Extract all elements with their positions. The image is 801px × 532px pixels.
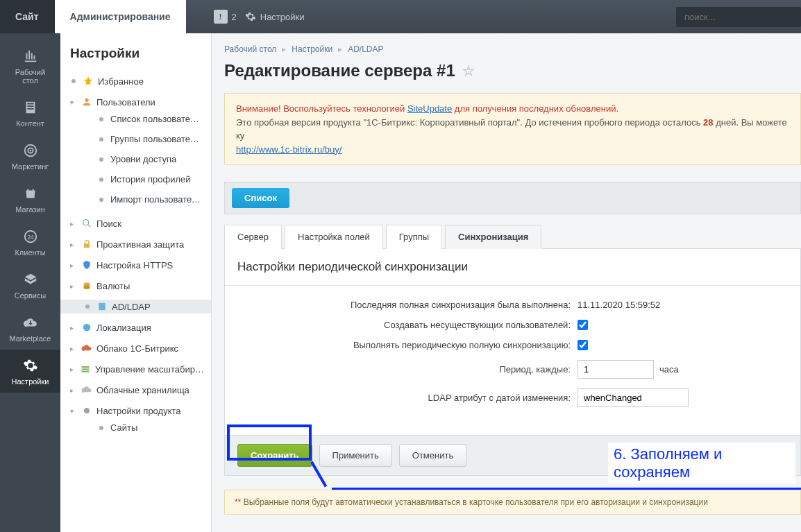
panel-header: Настройки периодической синхронизации	[225, 249, 800, 286]
rail-label: Marketplace	[0, 334, 60, 343]
rail-label: Маркетинг	[0, 162, 60, 171]
notice-text: Это пробная версия продукта "1С-Битрикс:…	[236, 117, 703, 128]
hint-bar: ** Выбранные поля будут автоматически ус…	[224, 490, 801, 515]
tree-label: История профилей	[110, 174, 191, 185]
apply-button[interactable]: Применить	[319, 444, 392, 467]
rail-clients[interactable]: 24Клиенты	[0, 221, 60, 264]
basket-icon	[23, 186, 38, 201]
list-button[interactable]: Список	[232, 188, 289, 208]
breadcrumb-link[interactable]: Рабочий стол	[224, 44, 276, 54]
tree-label: Настройка HTTPS	[96, 260, 173, 271]
tree-scaling[interactable]: ▸Управление масштабированием	[70, 359, 204, 379]
svg-point-5	[85, 98, 88, 102]
row-last-sync: Последняя полная синхронизация была выпо…	[237, 300, 788, 310]
trial-notice: Внимание! Воспользуйтесь технологией Sit…	[224, 93, 801, 165]
tab-fields[interactable]: Настройка полей	[285, 225, 383, 249]
breadcrumb-link[interactable]: AD/LDAP	[348, 44, 383, 54]
chevron-down-icon: ▾	[70, 98, 77, 106]
tab-groups[interactable]: Группы	[386, 225, 442, 249]
svg-point-6	[83, 220, 89, 225]
hint-text: Выбранные поля будут автоматически устан…	[241, 497, 708, 507]
tree-label: Уровни доступа	[110, 154, 176, 164]
rail-shop[interactable]: Магазин	[0, 178, 60, 221]
chevron-down-icon: ▾	[70, 407, 77, 415]
rail-desktop[interactable]: Рабочий стол	[0, 40, 60, 92]
tree-users-groups[interactable]: Группы пользователей	[70, 129, 204, 149]
tab-panel: Настройки периодической синхронизации По…	[224, 248, 801, 476]
sync-form: Последняя полная синхронизация была выпо…	[225, 286, 800, 435]
tree-https[interactable]: ▸Настройка HTTPS	[70, 255, 204, 275]
admin-tab[interactable]: Администрирование	[55, 0, 186, 33]
document-icon	[23, 100, 38, 115]
user-icon	[81, 96, 92, 108]
tree-product[interactable]: ▾Настройки продукта Сайты	[70, 400, 204, 441]
tree-label: Сайты	[110, 422, 137, 433]
building-icon	[23, 49, 38, 64]
tab-sync[interactable]: Синхронизация	[445, 225, 541, 249]
main: Рабочий стол▸ Настройки▸ AD/LDAP Редакти…	[212, 33, 801, 532]
rail-marketplace[interactable]: Marketplace	[0, 307, 60, 350]
tree-users-access[interactable]: Уровни доступа	[70, 149, 204, 169]
layers-icon	[23, 272, 38, 287]
svg-point-16	[84, 408, 90, 413]
chevron-right-icon: ▸	[70, 345, 77, 352]
rail-marketing[interactable]: Маркетинг	[0, 135, 60, 178]
lock-icon	[81, 239, 92, 250]
tree-sites[interactable]: Сайты	[70, 418, 204, 438]
tree-users-list[interactable]: Список пользователей	[70, 109, 204, 129]
breadcrumb-link[interactable]: Настройки	[292, 44, 332, 54]
tree-cloud1c[interactable]: ▸Облако 1С-Битрикс	[70, 338, 204, 359]
tree-label: Настройки продукта	[96, 406, 181, 416]
chevron-right-icon: ▸	[70, 386, 77, 394]
period-input[interactable]	[577, 360, 654, 379]
storage-icon	[81, 384, 92, 395]
tree-favorites[interactable]: Избранное	[70, 71, 204, 92]
notifications-badge[interactable]: ! 2	[214, 10, 237, 24]
tree-adldap[interactable]: AD/LDAP	[70, 296, 204, 317]
buy-link[interactable]: http://www.1c-bitrix.ru/buy/	[236, 144, 342, 155]
site-tab-label: Сайт	[15, 11, 39, 22]
clock-icon: 24	[23, 229, 38, 244]
row-create-users: Создавать несуществующих пользователей:	[237, 320, 788, 330]
target-icon	[23, 143, 38, 158]
ldap-attr-input[interactable]	[577, 388, 689, 407]
tree-users-history[interactable]: История профилей	[70, 169, 204, 189]
favorite-star-icon[interactable]: ☆	[462, 62, 475, 79]
hint-asterisk: **	[235, 497, 241, 507]
cancel-button[interactable]: Отменить	[399, 444, 466, 467]
tree-label: Список пользователей	[110, 114, 204, 124]
tab-server[interactable]: Сервер	[224, 225, 282, 249]
tree-cloudstore[interactable]: ▸Облачные хранилища	[70, 379, 204, 400]
page-title-text: Редактирование сервера #1	[224, 61, 455, 80]
tree-label: Управление масштабированием	[95, 364, 204, 375]
label: Выполнять периодическую полную синхрониз…	[237, 340, 577, 350]
save-button[interactable]: Сохранить	[237, 444, 312, 467]
notification-count: 2	[232, 12, 237, 22]
create-users-checkbox[interactable]	[577, 320, 588, 330]
rail-services[interactable]: Сервисы	[0, 264, 60, 307]
svg-text:24: 24	[27, 234, 34, 241]
row-period: Период, каждые: часа	[237, 360, 788, 379]
tree-locale[interactable]: ▸Локализация	[70, 317, 204, 338]
rail-content[interactable]: Контент	[0, 92, 60, 135]
rail-settings[interactable]: Настройки	[0, 350, 60, 393]
rail-label: Сервисы	[0, 291, 60, 300]
action-bar: Сохранить Применить Отменить	[225, 435, 800, 475]
site-tab[interactable]: Сайт	[0, 0, 55, 33]
tree-proactive[interactable]: ▸Проактивная защита	[70, 234, 204, 255]
period-unit: часа	[659, 364, 679, 375]
siteupdate-link[interactable]: SiteUpdate	[407, 103, 452, 114]
notice-days: 28	[703, 117, 713, 128]
tree-users-import[interactable]: Импорт пользователей	[70, 189, 204, 209]
label: Период, каждые:	[237, 364, 577, 375]
top-settings-link[interactable]: Настройки	[245, 11, 305, 22]
chevron-right-icon: ▸	[70, 282, 77, 290]
tree-users[interactable]: ▾Пользователи Список пользователей Групп…	[70, 92, 204, 213]
shield-icon	[81, 259, 92, 271]
admin-tab-label: Администрирование	[70, 11, 171, 22]
chevron-right-icon: ▸	[70, 261, 77, 269]
periodic-sync-checkbox[interactable]	[577, 340, 588, 350]
search-input[interactable]	[676, 7, 801, 27]
tree-currency[interactable]: ▸Валюты	[70, 275, 204, 296]
tree-search[interactable]: ▸Поиск	[70, 213, 204, 234]
